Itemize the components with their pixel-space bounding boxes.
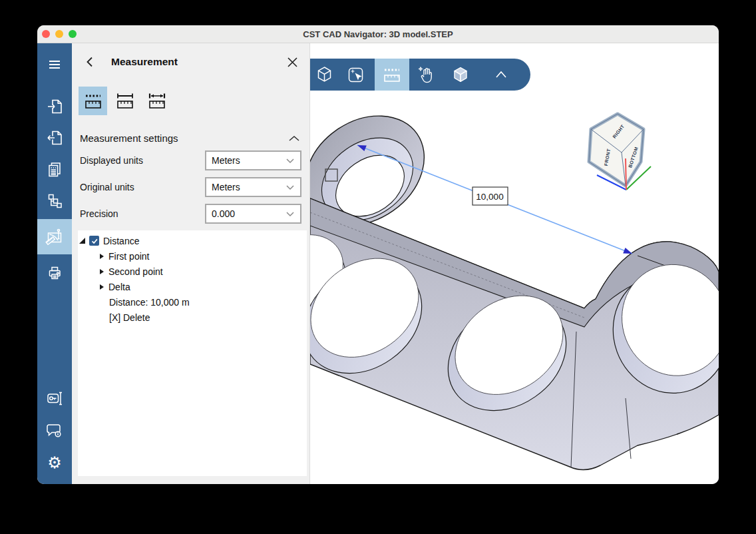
tree-item-label: Delta	[108, 282, 130, 292]
tree-item-distance-value: Distance: 10,000 m	[78, 294, 307, 310]
tree-item-delta[interactable]: Delta	[78, 279, 307, 294]
tree-item-delete[interactable]: [X] Delete	[78, 310, 307, 325]
traffic-lights	[42, 30, 77, 38]
collapsed-triangle-icon[interactable]	[100, 254, 104, 259]
sidebar: ⚙	[37, 43, 72, 484]
close-window-button[interactable]	[42, 30, 50, 38]
distance-value-text: Distance: 10,000 m	[109, 297, 190, 308]
minimize-window-button[interactable]	[55, 30, 63, 38]
settings-gear-icon[interactable]: ⚙	[37, 449, 72, 476]
expanded-triangle-icon[interactable]	[79, 238, 85, 244]
titlebar: CST CAD Navigator: 3D model.STEP	[37, 25, 719, 43]
displayed-units-select[interactable]: Meters	[205, 150, 301, 170]
tree-item-first-point[interactable]: First point	[78, 248, 307, 264]
distance-checkbox[interactable]	[89, 236, 99, 246]
settings-section-header[interactable]: Measurement settings	[80, 133, 300, 144]
measure-icon[interactable]	[375, 59, 409, 91]
chevron-down-icon	[285, 184, 295, 190]
pan-hand-icon[interactable]	[416, 65, 436, 85]
tree-item-distance[interactable]: Distance	[78, 233, 307, 248]
menu-icon[interactable]	[37, 51, 72, 78]
back-button[interactable]	[83, 55, 96, 69]
precision-value: 0.000	[212, 208, 285, 219]
original-units-label: Original units	[80, 182, 134, 192]
structure-tree-icon[interactable]	[37, 187, 72, 214]
measurement-label: 10,000	[476, 192, 503, 202]
model-scene: 10,000 RIGHT FRONT BOTTOM	[310, 43, 719, 484]
collapsed-triangle-icon[interactable]	[100, 284, 104, 290]
settings-header-label: Measurement settings	[80, 133, 178, 144]
tree-item-second-point[interactable]: Second point	[78, 264, 307, 279]
import-file-icon[interactable]	[37, 93, 72, 120]
print-icon[interactable]	[37, 260, 72, 286]
extent-distance-mode-button[interactable]	[142, 87, 171, 115]
solid-cube-icon[interactable]	[451, 65, 471, 85]
precision-select[interactable]: 0.000	[205, 204, 301, 224]
zoom-window-button[interactable]	[69, 30, 77, 38]
displayed-units-value: Meters	[212, 155, 285, 166]
original-units-value: Meters	[212, 182, 285, 192]
original-units-row: Original units Meters	[80, 177, 301, 197]
panel-header: Measurement	[72, 43, 309, 81]
tree-item-label: First point	[108, 251, 149, 262]
measure-arrow-end	[623, 248, 632, 254]
collapse-chevron-icon[interactable]	[491, 65, 511, 85]
view-cube[interactable]: RIGHT FRONT BOTTOM	[589, 114, 651, 190]
app-window: CST CAD Navigator: 3D model.STEP	[37, 25, 719, 484]
displayed-units-row: Displayed units Meters	[80, 150, 301, 170]
collapsed-triangle-icon[interactable]	[100, 269, 104, 274]
delete-measurement-link: [X] Delete	[109, 312, 150, 323]
viewport-toolbar	[310, 59, 530, 91]
displayed-units-label: Displayed units	[80, 155, 143, 166]
window-title: CST CAD Navigator: 3D model.STEP	[37, 29, 719, 39]
tree-item-label: Distance	[103, 236, 139, 246]
edge-distance-mode-button[interactable]	[110, 87, 139, 115]
chevron-down-icon	[285, 211, 295, 217]
chevron-down-icon	[285, 158, 295, 164]
panel-title: Measurement	[111, 56, 178, 68]
close-panel-icon[interactable]	[285, 55, 299, 69]
measure-tools-icon[interactable]	[37, 219, 72, 254]
feedback-info-icon[interactable]	[37, 417, 72, 443]
point-distance-mode-button[interactable]	[79, 87, 107, 115]
viewport-3d[interactable]: 10,000 RIGHT FRONT BOTTOM	[310, 43, 719, 484]
wireframe-cube-icon[interactable]	[314, 65, 334, 85]
collapse-section-icon[interactable]	[288, 134, 300, 142]
original-units-select[interactable]: Meters	[205, 177, 301, 197]
precision-label: Precision	[80, 208, 118, 219]
export-file-icon[interactable]	[37, 125, 72, 151]
document-list-icon[interactable]	[37, 156, 72, 182]
license-key-icon[interactable]	[37, 385, 72, 411]
precision-row: Precision 0.000	[80, 204, 301, 224]
measurement-tree: Distance First point Second point Delta …	[78, 230, 307, 476]
select-cursor-icon[interactable]	[345, 65, 365, 85]
axis-z-red	[626, 158, 626, 190]
tree-item-label: Second point	[108, 266, 163, 277]
measurement-panel: Measurement	[72, 43, 310, 484]
measure-mode-row	[79, 87, 309, 115]
